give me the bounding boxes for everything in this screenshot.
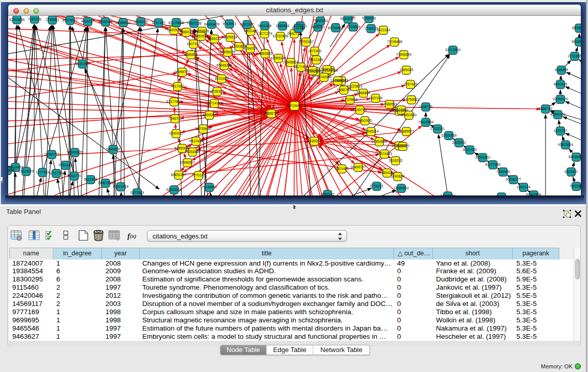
svg-text:9821465: 9821465 (335, 167, 349, 170)
svg-text:3685160: 3685160 (311, 25, 325, 29)
svg-text:85574443: 85574443 (377, 152, 392, 156)
svg-text:8721489: 8721489 (215, 77, 229, 80)
svg-text:8059826: 8059826 (195, 29, 209, 33)
svg-text:29946804: 29946804 (283, 60, 298, 64)
svg-text:37996507: 37996507 (180, 161, 195, 164)
svg-text:18880592: 18880592 (394, 186, 409, 190)
svg-text:6658760: 6658760 (337, 88, 351, 92)
svg-text:7187026: 7187026 (28, 17, 41, 21)
svg-text:00766177: 00766177 (506, 178, 521, 181)
svg-text:28098851: 28098851 (572, 26, 581, 30)
svg-text:5546659: 5546659 (106, 147, 120, 151)
svg-text:2731585: 2731585 (568, 54, 581, 58)
svg-text:9421047: 9421047 (241, 23, 254, 26)
svg-text:81177589: 81177589 (485, 163, 500, 166)
svg-text:5158506: 5158506 (362, 16, 376, 20)
svg-text:71756551: 71756551 (404, 98, 419, 101)
svg-text:9751613: 9751613 (59, 163, 73, 167)
svg-text:7346706: 7346706 (168, 117, 182, 120)
svg-text:27111161: 27111161 (430, 127, 445, 130)
svg-text:0330923: 0330923 (169, 132, 183, 135)
svg-text:9912419: 9912419 (189, 139, 203, 143)
svg-text:57262849: 57262849 (185, 150, 200, 154)
svg-text:87277434: 87277434 (166, 100, 182, 103)
svg-text:6690967: 6690967 (203, 113, 216, 117)
svg-text:0842710: 0842710 (288, 32, 301, 35)
svg-text:13171274: 13171274 (257, 32, 272, 35)
svg-text:27354549: 27354549 (372, 140, 387, 143)
svg-text:65648236: 65648236 (216, 63, 232, 67)
svg-text:5674680: 5674680 (395, 108, 408, 112)
svg-text:96641605: 96641605 (67, 150, 82, 154)
svg-text:1592124: 1592124 (517, 185, 531, 189)
svg-text:7622683: 7622683 (570, 184, 581, 188)
svg-text:3482477: 3482477 (396, 144, 410, 148)
svg-text:2787429: 2787429 (404, 82, 418, 86)
svg-text:76615654: 76615654 (418, 120, 433, 124)
svg-text:21818835: 21818835 (8, 168, 15, 172)
svg-text:4936899: 4936899 (555, 68, 569, 72)
svg-text:3285884: 3285884 (276, 24, 290, 28)
svg-text:75869261: 75869261 (313, 19, 328, 23)
svg-text:4005045: 4005045 (99, 20, 113, 24)
svg-text:76945314: 76945314 (363, 129, 379, 133)
svg-text:32931839: 32931839 (441, 134, 456, 137)
svg-text:2328120: 2328120 (320, 68, 334, 71)
svg-text:0450533: 0450533 (194, 34, 208, 38)
svg-text:82071518: 82071518 (113, 185, 128, 188)
svg-text:0377889: 0377889 (130, 191, 144, 194)
svg-text:1491905: 1491905 (358, 119, 372, 122)
svg-text:7839084: 7839084 (496, 170, 510, 173)
svg-text:1476797: 1476797 (554, 129, 568, 133)
svg-text:84036900: 84036900 (569, 155, 581, 159)
svg-text:99091334: 99091334 (305, 69, 320, 72)
svg-text:7193745: 7193745 (353, 108, 367, 112)
svg-text:3529042: 3529042 (452, 141, 466, 144)
svg-text:7868011: 7868011 (180, 30, 193, 34)
svg-text:29148652: 29148652 (202, 185, 217, 189)
svg-text:5466889: 5466889 (357, 91, 371, 95)
svg-text:39502402: 39502402 (475, 156, 490, 159)
svg-text:94406409: 94406409 (204, 23, 219, 26)
svg-text:9413186: 9413186 (310, 58, 323, 61)
svg-text:43815614: 43815614 (558, 143, 573, 146)
svg-text:1671902: 1671902 (308, 49, 322, 53)
svg-text:62386922: 62386922 (115, 21, 130, 25)
svg-text:8366752: 8366752 (539, 107, 553, 111)
svg-text:8708317: 8708317 (210, 90, 224, 93)
svg-text:1969379: 1969379 (134, 20, 148, 24)
svg-text:92519254: 92519254 (166, 188, 182, 191)
svg-text:9521456: 9521456 (258, 24, 272, 28)
svg-text:5411998: 5411998 (84, 178, 97, 181)
svg-text:52717744: 52717744 (49, 171, 64, 175)
svg-text:5240824: 5240824 (391, 174, 405, 178)
svg-text:1627204: 1627204 (369, 96, 383, 100)
svg-text:62702895: 62702895 (9, 18, 25, 21)
svg-text:81223623: 81223623 (347, 84, 362, 88)
svg-text:6025634: 6025634 (224, 35, 237, 39)
svg-text:82175946: 82175946 (168, 21, 184, 25)
svg-text:4060883: 4060883 (258, 52, 272, 55)
svg-text:1746120: 1746120 (364, 27, 378, 30)
svg-text:18724007: 18724007 (287, 104, 302, 107)
svg-text:4316117: 4316117 (81, 19, 94, 23)
svg-text:34714345: 34714345 (207, 101, 222, 105)
svg-text:86578091: 86578091 (62, 18, 78, 22)
svg-text:5814770: 5814770 (68, 174, 81, 178)
svg-text:1836736: 1836736 (419, 105, 433, 108)
svg-text:62729806: 62729806 (342, 98, 358, 101)
svg-text:1745961: 1745961 (46, 18, 59, 21)
svg-text:55886753: 55886753 (264, 112, 279, 115)
svg-text:77752047: 77752047 (298, 40, 314, 43)
svg-text:7917693: 7917693 (171, 84, 185, 88)
svg-text:55698169: 55698169 (220, 50, 235, 54)
svg-text:15451680: 15451680 (401, 113, 417, 117)
svg-text:36995777: 36995777 (175, 70, 190, 74)
svg-text:96405377: 96405377 (340, 17, 356, 20)
svg-text:8677496: 8677496 (294, 65, 308, 69)
svg-text:(x): (x) (130, 233, 136, 239)
svg-text:1399049: 1399049 (400, 68, 413, 72)
svg-text:9636057: 9636057 (308, 139, 321, 143)
svg-text:80831367: 80831367 (171, 173, 186, 177)
svg-text:56049451: 56049451 (572, 40, 581, 43)
